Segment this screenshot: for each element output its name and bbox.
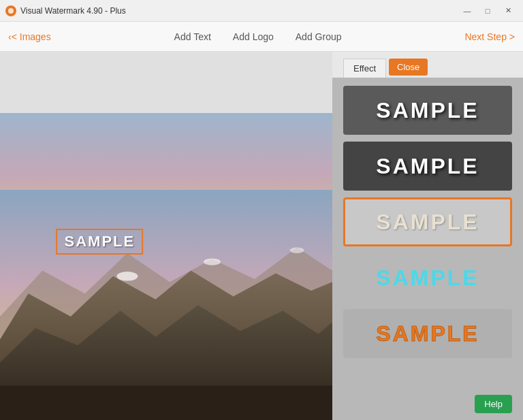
effect-item-darker-fill[interactable]: SAMPLE [343,142,512,191]
close-button[interactable]: ✕ [498,3,518,18]
titlebar: Visual Watermark 4.90 - Plus — □ ✕ [0,0,523,22]
effect-item-orange-text[interactable]: SAMPLE [343,309,512,358]
image-top-area [0,52,332,113]
main-area: SAMPLE Effect Close SAMPLE SAMPLE SAMPLE [0,52,523,420]
svg-point-8 [290,247,304,253]
titlebar-left: Visual Watermark 4.90 - Plus [5,5,126,16]
svg-point-6 [116,272,138,281]
minimize-button[interactable]: — [458,3,477,18]
watermark-on-image[interactable]: SAMPLE [57,229,144,255]
effect-tab[interactable]: Effect [343,59,386,78]
image-display: SAMPLE [0,113,332,420]
add-logo-button[interactable]: Add Logo [233,31,274,42]
app-title: Visual Watermark 4.90 - Plus [20,6,126,16]
app-icon [5,5,16,16]
mountain-svg [0,190,332,420]
effects-list: SAMPLE SAMPLE SAMPLE SAMPLE SAMPLE [332,78,523,420]
svg-rect-5 [0,385,332,420]
effect-orange-text-label: SAMPLE [376,321,479,346]
images-label: < Images [12,31,51,42]
effect-cyan-text-label: SAMPLE [376,265,479,291]
toolbar-right: Next Step > [464,31,515,42]
close-tab[interactable]: Close [389,59,428,76]
next-step-label: Next Step > [464,31,515,42]
mountain-image: SAMPLE [0,113,332,420]
image-panel: SAMPLE [0,52,332,420]
toolbar-center: Add Text Add Logo Add Group [174,31,342,42]
effect-tabs: Effect Close [332,52,523,78]
effect-dark-fill-label: SAMPLE [376,98,479,123]
next-step-button[interactable]: Next Step > [464,31,515,42]
watermark-text: SAMPLE [65,233,136,250]
effect-item-dark-fill[interactable]: SAMPLE [343,86,512,135]
effect-light-outline-label: SAMPLE [376,210,479,235]
svg-point-0 [8,8,14,14]
add-text-button[interactable]: Add Text [174,31,211,42]
maximize-button[interactable]: □ [478,3,497,18]
toolbar-left: ‹ < Images [8,31,51,42]
effect-item-light-outline[interactable]: SAMPLE [343,197,512,246]
titlebar-controls: — □ ✕ [458,3,518,18]
add-group-button[interactable]: Add Group [296,31,342,42]
images-back-button[interactable]: ‹ < Images [8,31,51,42]
effect-darker-fill-label: SAMPLE [376,154,479,179]
toolbar: ‹ < Images Add Text Add Logo Add Group N… [0,22,523,52]
effects-panel: Effect Close SAMPLE SAMPLE SAMPLE SAMPLE [332,52,523,420]
effect-item-cyan-text[interactable]: SAMPLE [343,253,512,302]
help-button[interactable]: Help [475,395,512,413]
svg-point-7 [204,258,221,265]
